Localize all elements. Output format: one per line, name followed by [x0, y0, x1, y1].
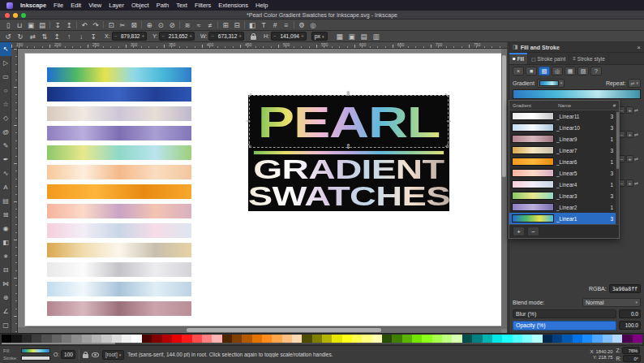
- palette-swatch[interactable]: [322, 335, 332, 343]
- paint-swatch-button[interactable]: ▨: [577, 67, 589, 76]
- gradient-list-item[interactable]: _Linear103: [509, 122, 616, 133]
- transform-pattern-toggle-icon[interactable]: ▥: [371, 32, 382, 41]
- menu-extensions[interactable]: Extensions: [218, 2, 248, 9]
- scale-handle-icon[interactable]: ⇕: [346, 144, 351, 150]
- gradient-swatch-bar-13[interactable]: [47, 301, 191, 316]
- undo-icon[interactable]: ↶: [79, 20, 90, 30]
- blend-mode-dropdown[interactable]: Normal ▾: [582, 298, 641, 307]
- increment-icon[interactable]: +: [189, 33, 192, 39]
- palette-swatch[interactable]: [332, 335, 341, 343]
- mesh-tool[interactable]: ⊞: [0, 208, 11, 222]
- palette-swatch[interactable]: [262, 335, 272, 343]
- rotate-cw-icon[interactable]: ↻: [15, 32, 26, 41]
- gradient-dropdown[interactable]: ▾: [537, 79, 565, 88]
- zoom-selection-icon[interactable]: ⊕: [144, 20, 155, 30]
- palette-swatch[interactable]: [41, 335, 51, 343]
- blur-slider[interactable]: Blur (%): [513, 309, 616, 318]
- tab-stroke-style[interactable]: ≡ Stroke style: [569, 53, 608, 64]
- paint-unknown-button[interactable]: ?: [590, 67, 602, 76]
- gradient-list-item[interactable]: _Linear21: [509, 201, 616, 213]
- layer-lock-icon[interactable]: [83, 352, 88, 358]
- raise-icon[interactable]: ↑: [63, 32, 75, 41]
- palette-scrollbar-thumb[interactable]: [2, 343, 115, 344]
- palette-swatch[interactable]: [282, 335, 292, 343]
- ungroup-icon[interactable]: ⊟: [231, 20, 243, 30]
- flip-horizontal-icon[interactable]: ⇄: [27, 32, 38, 41]
- palette-swatch[interactable]: [302, 335, 311, 343]
- rotation-input[interactable]: 0°: [623, 355, 641, 362]
- paint-pattern-button[interactable]: ▦: [565, 67, 576, 76]
- repeat-dropdown[interactable]: ⇄ ▾: [628, 79, 641, 88]
- palette-swatch[interactable]: [192, 335, 202, 343]
- duplicate-icon[interactable]: ≋: [182, 20, 193, 30]
- palette-swatch[interactable]: [62, 335, 71, 343]
- palette-swatch[interactable]: [252, 335, 262, 343]
- node-tool[interactable]: ▷: [0, 56, 11, 70]
- palette-swatch[interactable]: [502, 335, 512, 343]
- increment-icon[interactable]: +: [626, 131, 633, 138]
- gradient-swatch-bar-2[interactable]: [47, 87, 191, 102]
- save-icon[interactable]: ▣: [25, 20, 36, 30]
- current-gradient-preview[interactable]: [513, 89, 641, 99]
- export-icon[interactable]: ↥: [63, 20, 75, 30]
- calligraphy-tool[interactable]: ∿: [0, 166, 11, 180]
- gradient-swatch-bar-10[interactable]: [47, 243, 191, 257]
- layer-visibility-icon[interactable]: [92, 352, 99, 357]
- close-icon[interactable]: ×: [637, 44, 641, 51]
- palette-swatch[interactable]: [142, 335, 152, 343]
- star-tool[interactable]: ☆: [0, 97, 11, 111]
- gradient-swatch-bar-9[interactable]: [47, 223, 191, 238]
- add-gradient-button[interactable]: +: [513, 227, 525, 236]
- palette-swatch[interactable]: [382, 335, 392, 343]
- flip-vertical-icon[interactable]: ⇅: [39, 32, 50, 41]
- zoom-drawing-icon[interactable]: ⊙: [155, 20, 166, 30]
- palette-swatch[interactable]: [402, 335, 412, 343]
- dock-icon[interactable]: ◨: [513, 44, 518, 50]
- blur-input[interactable]: 0.0: [619, 309, 641, 318]
- menu-inkscape[interactable]: Inkscape: [20, 2, 46, 9]
- palette-swatch[interactable]: [11, 335, 21, 343]
- canvas-viewport[interactable]: PEARL ⇔⇕⇔⇔⇔⇔⇕⇔ GRADIENT SWATCHES: [18, 49, 507, 333]
- box3d-tool[interactable]: ◇: [0, 111, 11, 125]
- popup-scrollbar-thumb[interactable]: [616, 112, 619, 169]
- palette-swatch[interactable]: [82, 335, 92, 343]
- transform-corners-toggle-icon[interactable]: ▣: [346, 32, 358, 41]
- y-input[interactable]: − 213,652 +: [159, 32, 195, 41]
- decrement-icon[interactable]: −: [114, 33, 118, 39]
- document-page[interactable]: PEARL ⇔⇕⇔⇔⇔⇔⇕⇔ GRADIENT SWATCHES: [24, 53, 506, 326]
- horizontal-ruler[interactable]: 150200250300350400450500550600650700750: [11, 42, 507, 49]
- palette-swatch[interactable]: [422, 335, 431, 343]
- zoom-tool[interactable]: ⊕: [0, 291, 11, 305]
- palette-swatch[interactable]: [352, 335, 362, 343]
- text-dialog-icon[interactable]: T: [258, 20, 269, 30]
- opacity-input[interactable]: 100.0: [619, 321, 641, 330]
- palette-swatch[interactable]: [131, 335, 141, 343]
- horizontal-scrollbar-thumb[interactable]: [187, 328, 381, 332]
- gradient-tool[interactable]: ▤: [0, 194, 11, 208]
- eraser-tool[interactable]: ⊟: [0, 263, 11, 277]
- palette-swatch[interactable]: [101, 335, 111, 343]
- rgba-input[interactable]: 3a90a8ff: [609, 284, 641, 293]
- spiral-tool[interactable]: @: [0, 125, 11, 139]
- cut-icon[interactable]: ✂: [117, 20, 128, 30]
- menu-layer[interactable]: Layer: [109, 2, 124, 9]
- scale-handle-icon[interactable]: ⇔: [245, 140, 254, 149]
- align-dialog-icon[interactable]: ≡: [281, 20, 292, 30]
- pencil-tool[interactable]: ✎: [0, 139, 11, 153]
- bucket-tool[interactable]: ◧: [0, 236, 11, 249]
- palette-swatch[interactable]: [633, 335, 642, 343]
- gradient-list-item[interactable]: _Linear41: [509, 179, 616, 190]
- palette-swatch[interactable]: [172, 335, 182, 343]
- paste-icon[interactable]: ⊠: [128, 20, 140, 30]
- palette-swatch[interactable]: [492, 335, 502, 343]
- increment-icon[interactable]: +: [626, 179, 633, 187]
- decrement-icon[interactable]: −: [161, 33, 165, 39]
- increment-icon[interactable]: +: [141, 33, 144, 39]
- gradient-swatch-bar-11[interactable]: [47, 262, 191, 277]
- gradient-swatch-bar-1[interactable]: [47, 67, 191, 82]
- palette-swatch[interactable]: [432, 335, 442, 343]
- remove-gradient-button[interactable]: −: [527, 227, 539, 236]
- palette-swatch[interactable]: [622, 335, 632, 343]
- zoom-page-icon[interactable]: ⊘: [166, 20, 178, 30]
- open-document-icon[interactable]: ⊔: [14, 20, 25, 30]
